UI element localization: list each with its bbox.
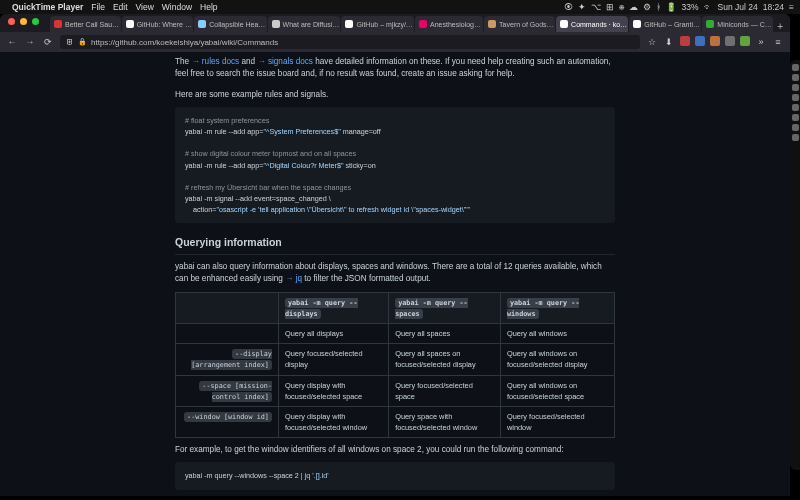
ext-icon[interactable]	[725, 36, 735, 46]
wifi-icon[interactable]: ᯤ	[704, 2, 713, 12]
tab-strip: Better Call Sau…×GitHub: Where …×Collaps…	[0, 14, 790, 32]
status-icon[interactable]: ⦿	[564, 2, 573, 12]
firefox-window: Better Call Sau…×GitHub: Where …×Collaps…	[0, 14, 790, 496]
favicon-icon	[345, 20, 353, 28]
tab-label: Tavern of Gods…	[499, 21, 553, 28]
dock-app-icon[interactable]	[792, 114, 799, 121]
col-windows: yabai -m query --windows	[507, 298, 580, 319]
tab-label: Miniconds — C…	[717, 21, 771, 28]
maximize-window-button[interactable]	[32, 18, 39, 25]
query-table: yabai -m query --displays yabai -m query…	[175, 292, 615, 438]
examples-lead: Here are some example rules and signals.	[175, 89, 615, 101]
browser-tab[interactable]: Better Call Sau…×	[50, 16, 121, 32]
ext-icon[interactable]	[695, 36, 705, 46]
ext-icon[interactable]	[680, 36, 690, 46]
browser-toolbar: ← → ⟳ ⛨ 🔒 https://github.com/koekeishiya…	[0, 32, 790, 52]
browser-tab[interactable]: GitHub – mjkzy/…×	[341, 16, 414, 32]
col-displays: yabai -m query --displays	[285, 298, 358, 319]
menu-edit[interactable]: Edit	[113, 2, 128, 12]
window-controls	[8, 18, 39, 25]
back-button[interactable]: ←	[6, 36, 18, 48]
col-spaces: yabai -m query --spaces	[395, 298, 468, 319]
browser-tab[interactable]: Collapsible Hea…×	[194, 16, 266, 32]
hamburger-menu-icon[interactable]: ≡	[772, 36, 784, 48]
code-block-rules[interactable]: # float system preferences yabai -m rule…	[175, 107, 615, 223]
star-icon[interactable]: ☆	[646, 36, 658, 48]
tab-label: GitHub: Where …	[137, 21, 192, 28]
reload-button[interactable]: ⟳	[42, 36, 54, 48]
favicon-icon	[272, 20, 280, 28]
new-tab-button[interactable]: +	[774, 21, 786, 32]
favicon-icon	[419, 20, 427, 28]
battery-icon[interactable]: 🔋	[666, 2, 677, 12]
browser-tab[interactable]: Anesthesiolog…×	[415, 16, 483, 32]
favicon-icon	[126, 20, 134, 28]
dock-app-icon[interactable]	[792, 94, 799, 101]
menu-window[interactable]: Window	[162, 2, 192, 12]
browser-tab[interactable]: What are Diffusi…×	[268, 16, 341, 32]
page-content[interactable]: The → rules docs and → signals docs have…	[0, 52, 790, 496]
signals-docs-link[interactable]: signals docs	[268, 57, 313, 66]
lock-icon[interactable]: 🔒	[78, 38, 87, 46]
tab-label: Better Call Sau…	[65, 21, 119, 28]
bluetooth-icon[interactable]: ᚼ	[656, 2, 661, 12]
browser-tab[interactable]: Tavern of Gods…×	[484, 16, 555, 32]
menubar-app-name[interactable]: QuickTime Player	[12, 2, 83, 12]
tab-label: Collapsible Hea…	[209, 21, 265, 28]
dock-app-icon[interactable]	[792, 124, 799, 131]
tab-label: What are Diffusi…	[283, 21, 340, 28]
menu-view[interactable]: View	[136, 2, 154, 12]
browser-tab[interactable]: Commands · ko…×	[556, 16, 628, 32]
status-icon[interactable]: ☁︎	[629, 2, 638, 12]
dock-app-icon[interactable]	[792, 84, 799, 91]
close-window-button[interactable]	[8, 18, 15, 25]
toolbar-extensions: ☆ ⬇ » ≡	[646, 36, 784, 48]
browser-tab[interactable]: GitHub: Where …×	[122, 16, 194, 32]
status-icon[interactable]: ✦	[578, 2, 586, 12]
dock-app-icon[interactable]	[792, 104, 799, 111]
status-icon[interactable]: ⊞	[606, 2, 614, 12]
rules-docs-link[interactable]: rules docs	[202, 57, 239, 66]
dock-app-icon[interactable]	[792, 134, 799, 141]
menubar-date[interactable]: Sun Jul 24	[718, 2, 758, 12]
minimize-window-button[interactable]	[20, 18, 27, 25]
favicon-icon	[633, 20, 641, 28]
menu-help[interactable]: Help	[200, 2, 217, 12]
status-icon[interactable]: ⌥	[591, 2, 601, 12]
dock-app-icon[interactable]	[792, 74, 799, 81]
forward-button[interactable]: →	[24, 36, 36, 48]
macos-menubar: QuickTime Player File Edit View Window H…	[0, 0, 800, 14]
table-row: --window [window id] Query display with …	[176, 406, 615, 437]
menubar-time[interactable]: 18:24	[763, 2, 784, 12]
macos-dock[interactable]	[790, 60, 800, 470]
overflow-icon[interactable]: »	[755, 36, 767, 48]
table-header-row: yabai -m query --displays yabai -m query…	[176, 292, 615, 323]
address-bar[interactable]: ⛨ 🔒 https://github.com/koekeishiya/yabai…	[60, 35, 640, 49]
status-icon[interactable]: ⚙	[643, 2, 651, 12]
code-block-query[interactable]: yabai -m query --windows --space 2 | jq …	[175, 462, 615, 489]
ext-icon[interactable]	[710, 36, 720, 46]
favicon-icon	[198, 20, 206, 28]
browser-tab[interactable]: Miniconds — C…×	[702, 16, 773, 32]
download-icon[interactable]: ⬇	[663, 36, 675, 48]
browser-tab[interactable]: GitHub – Granti…×	[629, 16, 701, 32]
status-icon[interactable]: ⎈	[619, 2, 624, 12]
url-text: https://github.com/koekeishiya/yabai/wik…	[91, 38, 278, 47]
intro-paragraph: The → rules docs and → signals docs have…	[175, 56, 615, 81]
favicon-icon	[560, 20, 568, 28]
control-center-icon[interactable]: ≡	[789, 2, 794, 12]
tab-label: Commands · ko…	[571, 21, 627, 28]
querying-heading: Querying information	[175, 235, 615, 255]
menu-file[interactable]: File	[91, 2, 105, 12]
table-row: Query all displays Query all spaces Quer…	[176, 324, 615, 344]
shield-icon[interactable]: ⛨	[66, 38, 74, 47]
menubar-status: ⦿ ✦ ⌥ ⊞ ⎈ ☁︎ ⚙ ᚼ 🔋 33% ᯤ Sun Jul 24 18:2…	[564, 2, 794, 12]
tab-label: GitHub – mjkzy/…	[356, 21, 412, 28]
tab-label: GitHub – Granti…	[644, 21, 700, 28]
example-lead: For example, to get the window identifie…	[175, 444, 615, 456]
ext-icon[interactable]	[740, 36, 750, 46]
tab-label: Anesthesiolog…	[430, 21, 481, 28]
dock-app-icon[interactable]	[792, 64, 799, 71]
favicon-icon	[54, 20, 62, 28]
battery-percent: 33%	[682, 2, 699, 12]
